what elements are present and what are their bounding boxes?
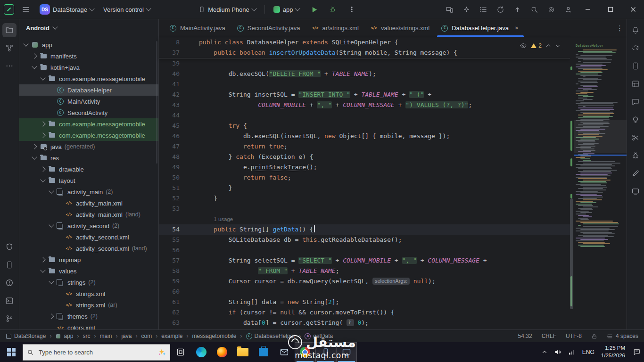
chevron-right-icon[interactable] [32, 53, 37, 58]
tray-expand-button[interactable] [538, 342, 551, 362]
run-configuration-selector[interactable]: app [270, 2, 304, 16]
chevron-down-icon[interactable] [32, 64, 37, 69]
tree-item-activity_second[interactable]: activity_second(2) [19, 220, 158, 231]
search-input[interactable] [38, 348, 154, 356]
lock-icon[interactable] [591, 333, 597, 339]
search-everywhere-button[interactable] [526, 2, 542, 16]
chevron-right-icon[interactable] [40, 257, 45, 262]
version-control-menu[interactable]: Version control [99, 2, 154, 16]
chevron-down-icon[interactable] [49, 279, 54, 284]
notifications-button[interactable] [628, 23, 643, 37]
app-window-button[interactable] [336, 342, 357, 362]
breadcrumb-src[interactable]: src [83, 333, 99, 339]
prev-warning-icon[interactable] [545, 43, 551, 49]
problems-tool-button[interactable] [2, 276, 17, 290]
more-actions-button[interactable] [344, 2, 360, 16]
start-button[interactable] [0, 342, 23, 362]
tree-item-com.example.messagetomobile[interactable]: com.example.messagetomobile [19, 118, 158, 130]
breadcrumb-com[interactable]: com [141, 333, 161, 339]
editor-scrollbar[interactable] [570, 198, 573, 309]
device-selector[interactable]: Medium Phone [195, 2, 259, 16]
app-insights-button[interactable] [628, 95, 643, 109]
line-separator[interactable]: CRLF [542, 333, 556, 339]
ai-assistant-button[interactable] [458, 2, 474, 16]
emulator-taskbar-button[interactable] [315, 342, 336, 362]
language-indicator[interactable]: ENG [579, 342, 598, 362]
editor-tab[interactable]: values\strings.xml [364, 19, 435, 37]
chevron-right-icon[interactable] [40, 166, 45, 172]
tree-item-values[interactable]: values [19, 265, 158, 277]
tree-item-themes[interactable]: themes(2) [19, 311, 158, 322]
tree-item-mipmap[interactable]: mipmap [19, 254, 158, 265]
close-button[interactable] [622, 0, 644, 19]
trusted-project-button[interactable] [2, 240, 17, 254]
tree-item-activity_second.xml[interactable]: activity_second.xml [19, 231, 158, 243]
gemini-button[interactable] [628, 166, 643, 181]
chevron-down-icon[interactable] [40, 267, 45, 272]
project-tool-button[interactable] [2, 23, 17, 37]
tree-item-activity_main[interactable]: activity_main(2) [19, 186, 158, 197]
breadcrumb-example[interactable]: example [161, 333, 192, 339]
tree-item-com.example.messagetomobile[interactable]: com.example.messagetomobile [19, 130, 158, 141]
running-devices-button[interactable] [628, 59, 643, 73]
breadcrumb-main[interactable]: main [99, 333, 121, 339]
chevron-right-icon[interactable] [40, 121, 45, 126]
edge-button[interactable] [191, 342, 212, 362]
tree-item-activity_main.xml[interactable]: activity_main.xml [19, 197, 158, 209]
tree-item-app[interactable]: app [19, 39, 158, 50]
editor-tab[interactable]: MainActivity.java [164, 19, 231, 37]
minimap-viewport[interactable] [574, 120, 627, 153]
cortana-sparkle-icon[interactable] [157, 348, 166, 356]
tree-item-layout[interactable]: layout [19, 175, 158, 186]
main-menu-button[interactable] [18, 2, 34, 16]
maximize-button[interactable] [600, 0, 621, 19]
tree-item-strings[interactable]: strings(2) [19, 277, 158, 288]
breadcrumb-getData[interactable]: getData [305, 333, 333, 339]
mail-button[interactable] [274, 342, 295, 362]
minimize-button[interactable] [577, 0, 599, 19]
vcs-update-button[interactable] [509, 2, 525, 16]
clock[interactable]: 1:25 PM 1/25/2026 [598, 342, 630, 362]
indent-widget[interactable]: 4 spaces [607, 333, 638, 339]
editor-tab[interactable]: SecondActivity.java [231, 19, 306, 37]
chevron-down-icon[interactable] [49, 222, 54, 227]
device-mirroring-button[interactable] [441, 2, 457, 16]
tree-item-SecondActivity[interactable]: SecondActivity [19, 107, 158, 118]
todo-list-button[interactable] [475, 2, 491, 16]
chevron-right-icon[interactable] [49, 313, 54, 319]
task-view-button[interactable] [170, 342, 191, 362]
network-button[interactable] [565, 342, 579, 362]
chevron-right-icon[interactable] [40, 132, 45, 138]
layout-inspector-button[interactable] [628, 77, 643, 91]
chevron-down-icon[interactable] [49, 188, 54, 193]
tree-item-com.example.messagetomobile[interactable]: com.example.messagetomobile [19, 73, 158, 84]
project-widget[interactable]: DS DataStorage [36, 2, 98, 16]
code-editor[interactable]: 3940 db.execSQL("DELETE FROM " + TABLE_N… [159, 58, 627, 329]
breadcrumb-java[interactable]: java [121, 333, 141, 339]
close-tab-icon[interactable] [513, 25, 520, 32]
tree-item-strings.xml[interactable]: strings.xml [19, 288, 158, 299]
more-tool-windows-button[interactable] [2, 59, 17, 73]
taskbar-search[interactable] [23, 344, 170, 361]
store-button[interactable] [253, 342, 274, 362]
editor-tab[interactable]: DatabaseHelper.java [435, 19, 526, 37]
emulator-button[interactable] [628, 184, 643, 198]
breadcrumb-DataStorage[interactable]: DataStorage [6, 333, 55, 339]
logcat-button[interactable] [628, 148, 643, 163]
tree-item-drawable[interactable]: drawable [19, 164, 158, 175]
device-manager-tool-button[interactable] [2, 258, 17, 272]
tree-item-activity_main.xml[interactable]: activity_main.xml(land) [19, 209, 158, 220]
assistant-button[interactable] [628, 113, 643, 127]
breadcrumb-app[interactable]: app [55, 333, 83, 339]
settings-button[interactable] [543, 2, 559, 16]
project-scrollbar[interactable] [156, 41, 157, 164]
tree-item-manifests[interactable]: manifests [19, 50, 158, 62]
minimap[interactable]: DatabaseHelper [570, 37, 627, 329]
version-control-tool-button[interactable] [2, 312, 17, 326]
tree-item-kotlin+java[interactable]: kotlin+java [19, 62, 158, 73]
structure-tool-button[interactable] [2, 41, 17, 55]
volume-button[interactable] [551, 342, 565, 362]
project-view-selector[interactable]: Android [19, 19, 158, 36]
run-button[interactable] [306, 2, 322, 16]
chrome-button[interactable] [295, 342, 315, 362]
